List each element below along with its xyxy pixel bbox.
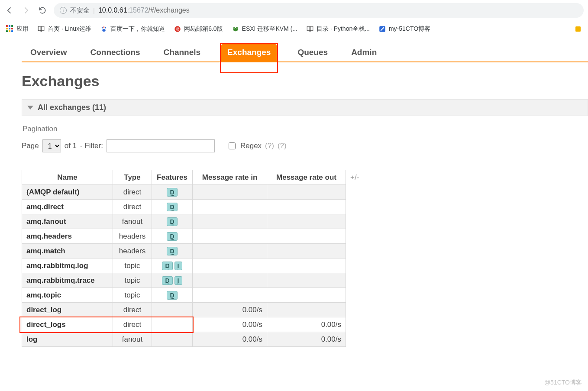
cell-name[interactable]: direct_logs xyxy=(22,317,113,332)
bookmark-163mail[interactable]: 易 网易邮箱6.0版 xyxy=(174,25,223,33)
cell-rate-in: 0.00/s xyxy=(193,317,267,332)
durable-badge: D xyxy=(162,276,172,285)
cell-features: DI xyxy=(152,273,193,288)
pagination-label: Pagination xyxy=(23,125,588,133)
section-title: All exchanges (11) xyxy=(38,103,106,112)
cell-name[interactable]: amq.rabbitmq.trace xyxy=(22,273,113,288)
col-plusminus[interactable]: +/- xyxy=(346,170,364,185)
tab-overview[interactable]: Overview xyxy=(28,44,70,61)
bookmark-python[interactable]: 目录 · Python全栈... xyxy=(306,25,370,33)
cell-rate-in xyxy=(193,214,267,229)
cell-type: direct xyxy=(113,185,152,200)
col-type[interactable]: Type xyxy=(113,170,152,185)
cell-name[interactable]: amq.topic xyxy=(22,288,113,303)
cell-name[interactable]: amq.headers xyxy=(22,229,113,244)
col-rate-in[interactable]: Message rate in xyxy=(193,170,267,185)
cell-rate-out: 0.00/s xyxy=(267,332,346,347)
cell-rate-in xyxy=(193,259,267,273)
table-row: amq.headersheadersD xyxy=(22,229,364,244)
col-rate-out[interactable]: Message rate out xyxy=(267,170,346,185)
cell-rate-out: 0.00/s xyxy=(267,317,346,332)
tab-channels[interactable]: Channels xyxy=(161,44,204,61)
table-row: amq.rabbitmq.tracetopicDI xyxy=(22,273,364,288)
svg-point-3 xyxy=(102,29,106,32)
bookmark-51cto[interactable]: my-51CTO博客 xyxy=(378,25,430,33)
bookmark-linux[interactable]: 首页 · Linux运维 xyxy=(37,25,91,33)
cell-features: D xyxy=(152,200,193,214)
cell-rate-out xyxy=(267,244,346,259)
cell-rate-in xyxy=(193,200,267,214)
bookmark-more[interactable] xyxy=(574,25,582,33)
bookmark-label: my-51CTO博客 xyxy=(389,25,430,33)
table-row: amq.directdirectD xyxy=(22,200,364,214)
cell-rate-in xyxy=(193,229,267,244)
cell-features xyxy=(152,303,193,317)
cell-type: topic xyxy=(113,259,152,273)
cell-type: topic xyxy=(113,288,152,303)
tab-exchanges[interactable]: Exchanges xyxy=(221,44,277,61)
cell-name[interactable]: amq.rabbitmq.log xyxy=(22,259,113,273)
tab-queues[interactable]: Queues xyxy=(295,44,330,61)
bookmark-baidu[interactable]: 百度一下，你就知道 xyxy=(100,25,165,33)
back-button[interactable] xyxy=(4,5,15,16)
bookmark-esxi[interactable]: ESXI 迁移至KVM (... xyxy=(232,25,297,33)
book-icon xyxy=(306,25,314,33)
address-bar[interactable]: i 不安全 | 10.0.0.61:15672/#/exchanges xyxy=(54,3,584,18)
table-row: amq.fanoutfanoutD xyxy=(22,214,364,229)
reload-button[interactable] xyxy=(37,5,48,16)
tab-admin[interactable]: Admin xyxy=(349,44,379,61)
regex-label: Regex xyxy=(240,142,262,150)
cell-name[interactable]: amq.fanout xyxy=(22,214,113,229)
insecure-label: 不安全 xyxy=(70,6,90,15)
forward-button[interactable] xyxy=(21,5,31,16)
svg-point-10 xyxy=(236,27,237,28)
cell-type: direct xyxy=(113,200,152,214)
regex-help-1[interactable]: (?) xyxy=(265,142,274,150)
cell-type: fanout xyxy=(113,332,152,347)
browser-toolbar: i 不安全 | 10.0.0.61:15672/#/exchanges xyxy=(0,0,588,21)
cell-name[interactable]: log xyxy=(22,332,113,347)
regex-help-2[interactable]: (?) xyxy=(278,142,287,150)
table-row: logfanout0.00/s0.00/s xyxy=(22,332,364,347)
cell-name[interactable]: amq.direct xyxy=(22,200,113,214)
site-info-icon[interactable]: i xyxy=(60,7,67,14)
filter-input[interactable] xyxy=(107,139,215,152)
bookmark-label: 网易邮箱6.0版 xyxy=(184,25,223,33)
cell-features xyxy=(152,332,193,347)
cell-name[interactable]: (AMQP default) xyxy=(22,185,113,200)
col-features[interactable]: Features xyxy=(152,170,193,185)
cell-name[interactable]: amq.match xyxy=(22,244,113,259)
frog-icon xyxy=(232,25,239,33)
cell-rate-in: 0.00/s xyxy=(193,332,267,347)
svg-point-1 xyxy=(103,26,105,28)
regex-checkbox[interactable] xyxy=(229,142,236,149)
table-row: (AMQP default)directD xyxy=(22,185,364,200)
bookmark-label: 目录 · Python全栈... xyxy=(317,25,370,33)
durable-badge: D xyxy=(167,291,177,300)
page-title: Exchanges xyxy=(22,73,588,90)
cell-rate-out xyxy=(267,214,346,229)
cell-name[interactable]: direct_log xyxy=(22,303,113,317)
cell-rate-in xyxy=(193,185,267,200)
cell-features: D xyxy=(152,214,193,229)
apps-icon xyxy=(6,25,14,33)
table-row: amq.topictopicD xyxy=(22,288,364,303)
cell-features: DI xyxy=(152,259,193,273)
page-select[interactable]: 1 xyxy=(42,139,61,152)
mail-163-icon: 易 xyxy=(174,25,181,33)
cell-rate-out xyxy=(267,288,346,303)
section-all-exchanges[interactable]: All exchanges (11) xyxy=(22,99,588,116)
cell-rate-out xyxy=(267,259,346,273)
svg-point-2 xyxy=(105,27,106,28)
cell-rate-in: 0.00/s xyxy=(193,303,267,317)
col-name[interactable]: Name xyxy=(22,170,113,185)
cell-rate-in xyxy=(193,288,267,303)
apps-shortcut[interactable]: 应用 xyxy=(6,25,29,33)
internal-badge: I xyxy=(174,262,182,270)
cell-rate-out xyxy=(267,303,346,317)
tab-connections[interactable]: Connections xyxy=(88,44,143,61)
exchanges-table: Name Type Features Message rate in Messa… xyxy=(22,170,364,347)
bookmarks-bar: 应用 首页 · Linux运维 百度一下，你就知道 易 网易邮箱6.0版 ESX… xyxy=(0,21,588,37)
cell-features xyxy=(152,317,193,332)
page-label: Page xyxy=(22,142,39,150)
